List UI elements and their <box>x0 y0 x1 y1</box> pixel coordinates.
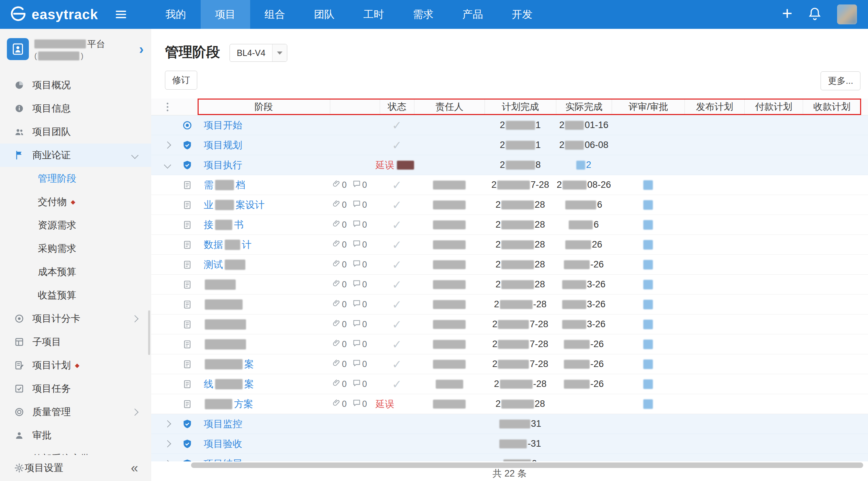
table-row[interactable]: 项目规划✓21206-08 <box>151 135 868 155</box>
sidebar-item-project-settings[interactable]: 项目设置 « <box>0 455 151 481</box>
chevron-down-icon[interactable] <box>164 161 171 169</box>
attachment-count-cell[interactable]: 0 <box>330 394 352 414</box>
sidebar-subitem[interactable]: 资源需求 <box>0 214 151 237</box>
comment-count-cell[interactable]: 0 <box>352 334 380 354</box>
sidebar-item[interactable]: 项目计分卡 <box>0 307 151 330</box>
add-button[interactable]: + <box>782 4 792 22</box>
chevron-right-icon[interactable] <box>164 141 171 149</box>
attachment-count-cell[interactable]: 0 <box>330 255 352 274</box>
nav-tab[interactable]: 我的 <box>151 0 201 29</box>
attachment-count-cell[interactable]: 0 <box>330 354 352 374</box>
nav-tab[interactable]: 项目 <box>201 0 250 29</box>
comment-count-cell[interactable]: 0 <box>352 314 380 334</box>
sidebar-item[interactable]: 商业论证 <box>0 144 151 167</box>
table-row[interactable]: 业案设计00✓2286 <box>151 195 868 215</box>
row-name-link[interactable] <box>198 314 330 334</box>
table-row[interactable]: 00✓27-28-26 <box>151 334 868 354</box>
col-header-review-approval[interactable]: 评审/审批 <box>612 99 685 115</box>
row-name-link[interactable]: 数据计 <box>198 235 330 254</box>
nav-tab[interactable]: 工时 <box>349 0 399 29</box>
col-header-actual-finish[interactable]: 实际完成 <box>556 99 612 115</box>
nav-tab[interactable]: 需求 <box>399 0 448 29</box>
attachment-count-cell[interactable]: 0 <box>330 175 352 195</box>
attachment-count-cell[interactable]: 0 <box>330 374 352 394</box>
table-row[interactable]: 接书00✓2286 <box>151 215 868 235</box>
row-name-link[interactable] <box>198 295 330 314</box>
row-name-link[interactable]: 业案设计 <box>198 195 330 215</box>
nav-tab[interactable]: 产品 <box>448 0 498 29</box>
comment-count-cell[interactable]: 0 <box>352 215 380 234</box>
attachment-count-cell[interactable]: 0 <box>330 275 352 294</box>
table-row[interactable]: 案00✓27-28-26 <box>151 354 868 374</box>
comment-count-cell[interactable]: 0 <box>352 195 380 215</box>
chevron-right-icon[interactable] <box>164 420 171 427</box>
sidebar-subitem[interactable]: 成本预算 <box>0 260 151 284</box>
row-name-link[interactable]: 项目开始 <box>198 115 330 135</box>
table-row[interactable]: 数据计00✓22826 <box>151 235 868 255</box>
col-header-plan-finish[interactable]: 计划完成 <box>485 99 556 115</box>
table-row[interactable]: 00✓27-283-26 <box>151 314 868 334</box>
row-name-link[interactable] <box>198 275 330 294</box>
sidebar-subitem[interactable]: 管理阶段 <box>0 167 151 190</box>
sidebar-subitem[interactable]: 采购需求 <box>0 237 151 260</box>
attachment-count-cell[interactable]: 0 <box>330 215 352 234</box>
project-switcher[interactable]: 平台 () › <box>0 29 151 69</box>
row-name-link[interactable]: 项目结尾 <box>198 454 330 461</box>
comment-count-cell[interactable]: 0 <box>352 275 380 294</box>
col-header-owner[interactable]: 责任人 <box>414 99 485 115</box>
sidebar-scrollbar[interactable] <box>148 310 150 355</box>
bell-icon[interactable] <box>808 7 822 22</box>
revise-button[interactable]: 修订 <box>165 71 197 90</box>
col-header-receipt-plan[interactable]: 收款计划 <box>803 99 861 115</box>
row-name-link[interactable]: 项目执行 <box>198 155 330 175</box>
table-row[interactable]: 项目监控31 <box>151 414 868 434</box>
sidebar-item[interactable]: 审批 <box>0 424 151 447</box>
col-header-payment-plan[interactable]: 付款计划 <box>744 99 803 115</box>
table-row[interactable]: 项目执行延误282 <box>151 155 868 175</box>
comment-count-cell[interactable]: 0 <box>352 175 380 195</box>
table-row[interactable]: 项目验收-31 <box>151 434 868 454</box>
comment-count-cell[interactable]: 0 <box>352 354 380 374</box>
app-logo[interactable]: easytrack <box>0 5 98 24</box>
collapse-sidebar-icon[interactable]: « <box>131 461 138 474</box>
attachment-count-cell[interactable]: 0 <box>330 295 352 314</box>
comment-count-cell[interactable]: 0 <box>352 235 380 254</box>
comment-count-cell[interactable]: 0 <box>352 374 380 394</box>
row-name-link[interactable]: 测试 <box>198 255 330 274</box>
sidebar-item[interactable]: 质量管理 <box>0 400 151 424</box>
comment-count-cell[interactable]: 0 <box>352 295 380 314</box>
nav-tab[interactable]: 开发 <box>498 0 547 29</box>
hamburger-menu-icon[interactable] <box>114 8 128 21</box>
drag-handle-icon[interactable] <box>158 99 177 115</box>
row-name-link[interactable]: 方案 <box>198 394 330 414</box>
chevron-right-icon[interactable] <box>164 440 171 447</box>
col-header-stage[interactable]: 阶段 <box>198 99 330 115</box>
table-row[interactable]: 测试00✓228-26 <box>151 255 868 275</box>
version-select[interactable]: BL4-V4 <box>230 44 287 62</box>
attachment-count-cell[interactable]: 0 <box>330 195 352 215</box>
sidebar-item[interactable]: 项目任务 <box>0 377 151 400</box>
attachment-count-cell[interactable]: 0 <box>330 334 352 354</box>
sidebar-item[interactable]: 项目信息 <box>0 97 151 120</box>
row-name-link[interactable]: 项目规划 <box>198 135 330 155</box>
sidebar-item[interactable]: 项目概况 <box>0 73 151 97</box>
sidebar-item[interactable]: 外部系统审批 <box>0 447 151 455</box>
row-name-link[interactable]: 接书 <box>198 215 330 234</box>
row-name-link[interactable]: 项目验收 <box>198 434 330 454</box>
row-name-link[interactable]: 需档 <box>198 175 330 195</box>
sidebar-subitem[interactable]: 收益预算 <box>0 284 151 307</box>
col-header-status[interactable]: 状态 <box>380 99 414 115</box>
sidebar-item[interactable]: 子项目 <box>0 330 151 354</box>
table-row[interactable]: 线案00✓2-28-26 <box>151 374 868 394</box>
row-name-link[interactable] <box>198 334 330 354</box>
more-button[interactable]: 更多... <box>821 71 860 90</box>
table-row[interactable]: 项目结尾0 <box>151 454 868 461</box>
col-header-release-plan[interactable]: 发布计划 <box>685 99 744 115</box>
table-row[interactable]: 00✓2-283-26 <box>151 295 868 314</box>
comment-count-cell[interactable]: 0 <box>352 255 380 274</box>
nav-tab[interactable]: 组合 <box>250 0 300 29</box>
nav-tab[interactable]: 团队 <box>300 0 349 29</box>
sidebar-item[interactable]: 项目计划◆ <box>0 354 151 377</box>
table-row[interactable]: 00✓2283-26 <box>151 275 868 295</box>
project-switch-arrow-icon[interactable]: › <box>137 42 146 57</box>
